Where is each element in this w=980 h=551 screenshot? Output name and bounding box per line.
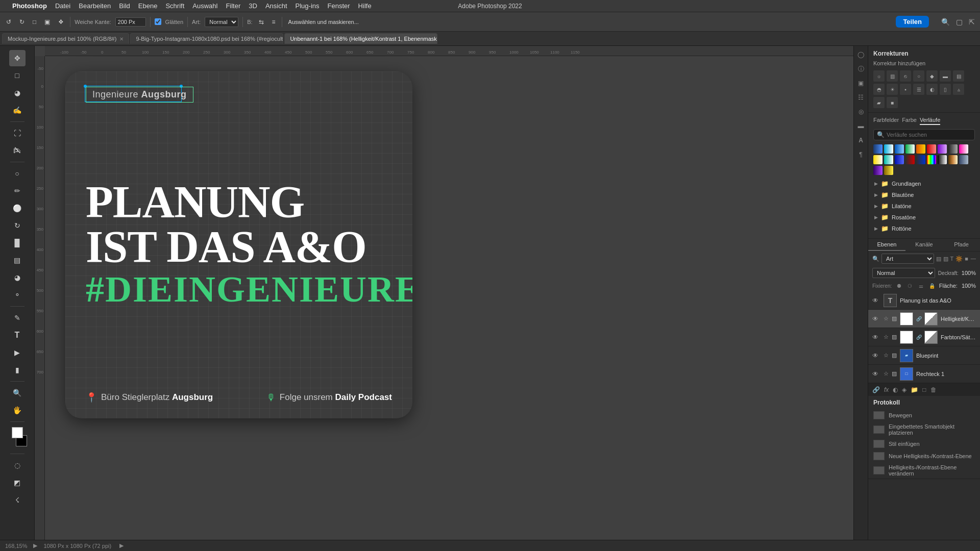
- color-icon-btn[interactable]: ▣: [855, 78, 867, 89]
- channel-icon-btn[interactable]: ◎: [855, 106, 867, 117]
- swatch-cyan[interactable]: [884, 144, 893, 154]
- adj-threshold[interactable]: ▵: [953, 84, 964, 95]
- menu-bild[interactable]: Bild: [119, 2, 130, 10]
- tool-stamp[interactable]: ⚪: [9, 200, 26, 216]
- swatch-darkblue[interactable]: [895, 155, 904, 164]
- swatch-gray1[interactable]: [948, 144, 958, 154]
- swatch-blackwhite[interactable]: [938, 155, 947, 164]
- tab-1[interactable]: 9-Big-Typo-Instagram-1080x1080.psd bei 1…: [130, 33, 283, 44]
- tab-2[interactable]: Unbenannt-1 bei 168% (Helligkeit/Kontras…: [284, 33, 437, 44]
- redo-btn[interactable]: ↻: [17, 17, 27, 27]
- swatch-yellow[interactable]: [873, 155, 883, 164]
- weiche-kante-input[interactable]: [115, 17, 146, 27]
- tool-zoom[interactable]: 🔍: [9, 385, 26, 401]
- swatch-redalpha[interactable]: [905, 155, 915, 164]
- menu-ebene[interactable]: Ebene: [138, 2, 158, 10]
- tool-brush[interactable]: ✏: [9, 183, 26, 199]
- adj-gradient2[interactable]: ▰: [873, 97, 885, 108]
- layer-filter-select[interactable]: Art: [881, 254, 934, 264]
- layers-tab-ebenen[interactable]: Ebenen: [868, 239, 905, 251]
- layer-item-2[interactable]: 👁 ☆ ▨ 🔗 Farbton/Sättigung 1: [868, 328, 980, 346]
- tool-blur[interactable]: ◕: [9, 269, 26, 286]
- tool-crop[interactable]: ⛶: [9, 125, 26, 141]
- tool-hand[interactable]: 🖐: [9, 402, 26, 418]
- swatch-copper[interactable]: [948, 155, 958, 164]
- grad-tab-farbfelder[interactable]: Farbfelder: [873, 117, 899, 125]
- adj-curves[interactable]: ⎋: [900, 70, 911, 82]
- filter-icon4[interactable]: 🔆: [955, 256, 963, 262]
- history-item-2[interactable]: Stil einfügen: [868, 438, 980, 450]
- layer-mask-btn[interactable]: ◐: [893, 386, 898, 393]
- layer-vis-3[interactable]: 👁: [872, 352, 880, 359]
- gradient-search-input[interactable]: [887, 132, 971, 138]
- tool-eraser[interactable]: █: [9, 235, 26, 251]
- foreground-color[interactable]: [12, 427, 23, 438]
- layer-vis-1[interactable]: 👁: [872, 315, 880, 322]
- menu-schrift[interactable]: Schrift: [165, 2, 184, 10]
- menu-filter[interactable]: Filter: [226, 2, 240, 10]
- folder-lilatone[interactable]: ▶ 📁 Lilatöne: [873, 201, 975, 212]
- layer-item-1[interactable]: 👁 ☆ ▨ 🔗 Helligkeit/Kontrast 1: [868, 310, 980, 328]
- menu-fenster[interactable]: Fenster: [328, 2, 350, 10]
- tool-artboard[interactable]: ☇: [9, 492, 26, 508]
- tab-0-close[interactable]: ✕: [119, 36, 124, 42]
- lock-move-btn[interactable]: ⚆: [906, 282, 914, 290]
- info-icon-btn[interactable]: ⓘ: [855, 63, 867, 74]
- filter-toggle[interactable]: ⸻: [970, 256, 976, 262]
- tool-shape[interactable]: ▮: [9, 362, 26, 378]
- tool-mask[interactable]: ◌: [9, 457, 26, 473]
- menu-bearbeiten[interactable]: Bearbeiten: [79, 2, 111, 10]
- grad-tab-farbe[interactable]: Farbe: [902, 117, 917, 125]
- layer-icon-btn[interactable]: ☷: [855, 92, 867, 103]
- swatch-rainbow[interactable]: [927, 155, 936, 164]
- tool-select-rect[interactable]: □: [9, 67, 26, 84]
- layer-item-3[interactable]: 👁 ☆ ▨ ▰ Blueprint: [868, 346, 980, 365]
- tab-0[interactable]: Mockup-Ingenieure.psd bei 100% (RGB/8#) …: [2, 33, 129, 44]
- tool-rect[interactable]: □: [31, 17, 38, 27]
- app-name[interactable]: Photoshop: [12, 2, 47, 10]
- swatch-steel[interactable]: [959, 155, 968, 164]
- adj-bw[interactable]: ◓: [873, 84, 885, 95]
- layer-item-0[interactable]: 👁 T Planung ist das A&O: [868, 291, 980, 310]
- swatch-violet[interactable]: [873, 166, 883, 175]
- window-icon[interactable]: ▢: [956, 18, 963, 26]
- filter-icon3[interactable]: T: [950, 256, 954, 262]
- filter-icon2[interactable]: ▨: [943, 256, 948, 262]
- adj-invert[interactable]: ◐: [926, 84, 938, 95]
- history-item-1[interactable]: Eingebettetes Smartobjekt platzieren: [868, 421, 980, 438]
- menu-ansicht[interactable]: Ansicht: [265, 2, 287, 10]
- layer-delete-btn[interactable]: 🗑: [930, 386, 937, 393]
- swatch-blue1[interactable]: [873, 144, 883, 154]
- filter-icon1[interactable]: ▤: [936, 256, 941, 262]
- tool-rect2[interactable]: ▣: [42, 17, 52, 27]
- tool-gradient[interactable]: ▤: [9, 252, 26, 268]
- layer-vis-4[interactable]: 👁: [872, 370, 880, 378]
- tool-magic-wand[interactable]: ✍: [9, 102, 26, 118]
- layer-vis-2[interactable]: 👁: [872, 334, 880, 341]
- history-item-4[interactable]: Helligkeits-/Kontrast-Ebene verändern: [868, 462, 980, 479]
- swap-icon[interactable]: ⇆: [257, 17, 266, 27]
- para-icon-btn[interactable]: ¶: [855, 149, 867, 160]
- layers-tab-kanale[interactable]: Kanäle: [905, 239, 943, 251]
- adj-brightness[interactable]: ☼: [873, 70, 885, 82]
- glaetten-checkbox[interactable]: [155, 18, 161, 25]
- menu-3d[interactable]: 3D: [249, 2, 257, 10]
- tool-pen[interactable]: ✎: [9, 310, 26, 326]
- swatch-purple1[interactable]: [938, 144, 947, 154]
- tool-path-select[interactable]: ▶: [9, 344, 26, 361]
- art-select[interactable]: Normal: [205, 17, 238, 27]
- swatch-green1[interactable]: [905, 144, 915, 154]
- swatch-teal[interactable]: [884, 155, 893, 164]
- lock-all-btn[interactable]: 🔒: [928, 282, 936, 290]
- swatch-bluealpha[interactable]: [916, 155, 925, 164]
- layer-add-btn[interactable]: □: [922, 386, 926, 393]
- layer-adj-btn[interactable]: ◈: [902, 386, 906, 393]
- swatch-orange[interactable]: [916, 144, 925, 154]
- search-icon[interactable]: 🔍: [941, 18, 950, 26]
- undo-btn[interactable]: ↺: [4, 17, 13, 27]
- history-item-0[interactable]: Bewegen: [868, 409, 980, 421]
- tool-heal[interactable]: ○: [9, 165, 26, 182]
- tool-lasso[interactable]: ◕: [9, 85, 26, 101]
- folder-grundlagen[interactable]: ▶ 📁 Grundlagen: [873, 178, 975, 189]
- auswahl-btn[interactable]: Auswählen und maskieren...: [286, 18, 361, 26]
